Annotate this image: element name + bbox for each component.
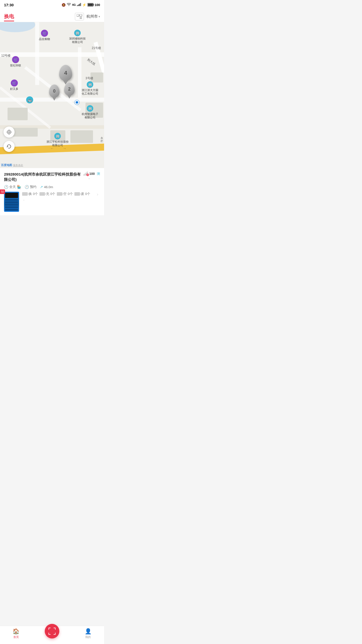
dash-separator: - bbox=[88, 177, 90, 181]
poi-fangyuan[interactable]: 🏢 浙江浙大方圆化工有限公司 bbox=[82, 81, 98, 96]
reserve-text: 预约 bbox=[30, 185, 36, 189]
hours-text: 全天 bbox=[9, 185, 16, 189]
info-card: 299280014(杭州市余杭区浙江宇松科技股份有限公司) 🕐 全天 🏪 🕐 预… bbox=[0, 168, 104, 215]
shenzhen-icon: 🏢 bbox=[74, 30, 81, 36]
slot-4 bbox=[5, 206, 18, 208]
map-label-21hao: 21号楼 bbox=[92, 46, 101, 50]
clock-icon: 🕐 bbox=[4, 185, 8, 189]
pin-4[interactable]: 4 bbox=[59, 65, 72, 81]
tag-hours: 🕐 全天 🏪 bbox=[4, 185, 21, 189]
fangyuan-label: 浙江浙大方圆化工有限公司 bbox=[82, 88, 98, 96]
battery-100-badge: 100 bbox=[89, 172, 95, 176]
svg-point-29 bbox=[9, 132, 10, 133]
nav-arrow-icon: ↗ bbox=[40, 185, 43, 189]
open-icon: 🏪 bbox=[17, 185, 21, 189]
svg-rect-0 bbox=[77, 5, 78, 6]
reserve-clock-icon: 🕐 bbox=[25, 185, 29, 189]
station-title: 299280014(杭州市余杭区浙江宇松科技股份有限公司) bbox=[4, 172, 81, 182]
poi-bus-stop[interactable]: 🚌 bbox=[26, 96, 33, 103]
shijihualian-icon: 🛒 bbox=[12, 56, 19, 63]
haoyouduo-icon: 🛒 bbox=[11, 79, 18, 87]
swap-count: 0个 bbox=[33, 192, 38, 196]
charge-count: 0个 bbox=[50, 192, 55, 196]
baidu-logo: 百度地图 bbox=[1, 163, 12, 167]
empty-label: 空 bbox=[63, 192, 67, 196]
signal-x-mark: ✕ bbox=[86, 174, 89, 176]
poi-yusong[interactable]: 🏢 浙江宇松科技股份有限公司 bbox=[47, 133, 69, 147]
pinquan-icon: 🛒 bbox=[41, 30, 48, 37]
header-title-container: 换电 bbox=[4, 13, 14, 20]
map-branding: 百度地图 服务条款 bbox=[1, 163, 23, 167]
slot-5 bbox=[5, 209, 18, 211]
terms-link[interactable]: 服务条款 bbox=[13, 164, 23, 167]
fangyuan-icon: 🏢 bbox=[87, 81, 93, 88]
waste-count: 0个 bbox=[85, 192, 90, 196]
svg-rect-17 bbox=[78, 47, 81, 98]
svg-rect-7 bbox=[77, 14, 79, 16]
app-header: 换电 杭州市 ▾ bbox=[0, 9, 104, 22]
bell-off-icon: 🔕 bbox=[62, 3, 66, 7]
svg-rect-8 bbox=[80, 14, 82, 16]
map-label-12hao: 12号楼 bbox=[1, 54, 11, 58]
map-label-yonglian: 永拦 bbox=[101, 137, 103, 143]
slot-3 bbox=[5, 204, 18, 206]
status-icons: 🔕 4G ⚡ 100 bbox=[62, 3, 100, 7]
city-name: 杭州市 bbox=[86, 14, 98, 19]
bolt-icon: ⚡ bbox=[82, 3, 86, 7]
city-selector[interactable]: 杭州市 ▾ bbox=[86, 14, 100, 19]
tag-nav: ↗ 46.0m bbox=[40, 185, 53, 189]
poi-shijihualian[interactable]: 🛒 世纪华联 bbox=[10, 56, 21, 67]
shenzhen-label: 深圳城铄科技有限公司 bbox=[69, 37, 86, 44]
svg-rect-1 bbox=[78, 5, 79, 6]
battery-swap: 换 0个 bbox=[22, 192, 38, 196]
svg-rect-5 bbox=[94, 4, 94, 6]
pin-0[interactable]: 0 bbox=[49, 85, 60, 98]
battery-waste: 废 0个 bbox=[74, 192, 90, 196]
zhiyuan-icon: 🏢 bbox=[87, 105, 93, 112]
svg-rect-26 bbox=[13, 128, 38, 137]
waste-label: 废 bbox=[81, 192, 84, 196]
signal-with-x: ✕ bbox=[83, 172, 88, 176]
svg-rect-6 bbox=[88, 4, 93, 6]
more-info-button[interactable]: 测 bbox=[97, 172, 100, 176]
poi-haoyouduo[interactable]: 🛒 好又多 bbox=[10, 79, 18, 91]
device-slots bbox=[5, 199, 18, 211]
poi-shenzhen[interactable]: 🏢 深圳城铄科技有限公司 bbox=[69, 30, 86, 44]
pin-4-body: 4 bbox=[59, 65, 72, 81]
poi-pinquan[interactable]: 🛒 品全购物 bbox=[39, 30, 50, 41]
device-screen bbox=[5, 193, 18, 198]
map-area[interactable]: ← → 12号楼 3号楼 21号楼 荆大线 永拦 🛒 品全购物 🛒 世纪华联 🛒… bbox=[0, 22, 104, 168]
pinquan-label: 品全购物 bbox=[39, 37, 50, 41]
status-bar: 17:30 🔕 4G ⚡ bbox=[0, 0, 104, 9]
pin-0-body: 0 bbox=[49, 85, 60, 98]
battery-waste-icon bbox=[74, 192, 80, 196]
battery-charge: 充 0个 bbox=[39, 192, 55, 196]
poi-zhiyuan[interactable]: 🏢 杭州智源电子有限公司 bbox=[82, 105, 98, 119]
distance-text: 46.0m bbox=[44, 185, 53, 189]
tail-dash: - bbox=[23, 198, 24, 202]
svg-rect-24 bbox=[8, 108, 28, 120]
replay-button[interactable] bbox=[4, 141, 15, 152]
locate-button[interactable] bbox=[4, 127, 15, 138]
slot-1 bbox=[5, 199, 18, 201]
device-image bbox=[4, 192, 19, 212]
current-location-dot bbox=[75, 100, 79, 104]
svg-rect-3 bbox=[80, 3, 81, 6]
pin-2[interactable]: 2 bbox=[64, 83, 75, 96]
battery-swap-icon bbox=[22, 192, 28, 196]
header-title: 换电 bbox=[4, 14, 14, 21]
slide-indicator: › bbox=[95, 192, 100, 197]
map-label-3hao: 3号楼 bbox=[85, 76, 93, 80]
header-right: 杭州市 ▾ bbox=[75, 13, 100, 20]
city-dropdown-icon: ▾ bbox=[99, 15, 100, 18]
wifi-icon bbox=[67, 3, 71, 7]
yusong-label: 浙江宇松科技股份有限公司 bbox=[47, 140, 69, 147]
svg-rect-34 bbox=[83, 174, 84, 176]
slot-2 bbox=[5, 201, 18, 203]
list-view-button[interactable] bbox=[75, 13, 84, 20]
page-number: 50 bbox=[0, 189, 5, 194]
zhiyuan-label: 杭州智源电子有限公司 bbox=[82, 112, 98, 119]
yusong-icon: 🏢 bbox=[54, 133, 61, 139]
battery-counts: 换 0个 充 0个 空 0个 废 0个 - bbox=[22, 192, 92, 202]
haoyouduo-label: 好又多 bbox=[10, 87, 18, 91]
